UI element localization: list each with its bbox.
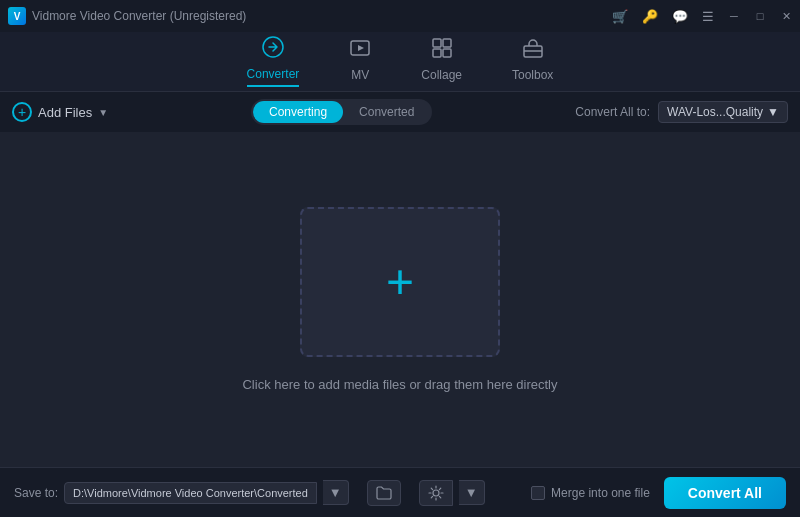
title-bar-right: 🛒 🔑 💬 ☰ ─ □ ✕ xyxy=(612,9,792,24)
convert-all-button[interactable]: Convert All xyxy=(664,477,786,509)
footer: Save to: D:\Vidmore\Vidmore Video Conver… xyxy=(0,467,800,517)
save-settings-dropdown-button[interactable]: ▼ xyxy=(459,480,485,505)
drop-text: Click here to add media files or drag th… xyxy=(242,377,557,392)
sub-header: + Add Files ▼ Converting Converted Conve… xyxy=(0,92,800,132)
convert-all-to-label: Convert All to: xyxy=(575,105,650,119)
tab-collage[interactable]: Collage xyxy=(421,37,462,86)
minimize-button[interactable]: ─ xyxy=(728,10,740,22)
logo-text: V xyxy=(14,11,21,22)
merge-label: Merge into one file xyxy=(551,486,650,500)
collage-icon xyxy=(431,37,453,64)
cart-icon[interactable]: 🛒 xyxy=(612,9,628,24)
menu-icon[interactable]: ☰ xyxy=(702,9,714,24)
mv-icon xyxy=(349,37,371,64)
converter-icon xyxy=(262,36,284,63)
nav-tabs: Converter MV Collage xyxy=(0,32,800,92)
save-to-label: Save to: xyxy=(14,486,58,500)
title-bar-left: V Vidmore Video Converter (Unregistered) xyxy=(8,7,246,25)
app-logo: V xyxy=(8,7,26,25)
add-files-label: Add Files xyxy=(38,105,92,120)
format-value: WAV-Los...Quality xyxy=(667,105,763,119)
title-text: Vidmore Video Converter (Unregistered) xyxy=(32,9,246,23)
save-to-section: Save to: D:\Vidmore\Vidmore Video Conver… xyxy=(14,480,485,506)
main-content: + Click here to add media files or drag … xyxy=(0,132,800,467)
title-bar: V Vidmore Video Converter (Unregistered)… xyxy=(0,0,800,32)
tab-mv[interactable]: MV xyxy=(349,37,371,86)
plus-icon: + xyxy=(386,258,414,306)
format-dropdown-arrow-icon: ▼ xyxy=(767,105,779,119)
svg-point-8 xyxy=(433,490,439,496)
convert-format-button[interactable]: WAV-Los...Quality ▼ xyxy=(658,101,788,123)
merge-checkbox-section: Merge into one file xyxy=(531,486,650,500)
tab-converter-label: Converter xyxy=(247,67,300,81)
merge-checkbox[interactable] xyxy=(531,486,545,500)
restore-button[interactable]: □ xyxy=(754,10,766,22)
add-files-button[interactable]: + Add Files ▼ xyxy=(12,102,108,122)
footer-right: Merge into one file Convert All xyxy=(531,477,786,509)
add-files-arrow-icon: ▼ xyxy=(98,107,108,118)
close-button[interactable]: ✕ xyxy=(780,10,792,22)
tab-toolbox-label: Toolbox xyxy=(512,68,553,82)
svg-rect-2 xyxy=(433,39,441,47)
save-settings-button[interactable] xyxy=(419,480,453,506)
user-icon[interactable]: 🔑 xyxy=(642,9,658,24)
save-path-button[interactable]: D:\Vidmore\Vidmore Video Converter\Conve… xyxy=(64,482,317,504)
svg-rect-3 xyxy=(443,39,451,47)
converting-tabs: Converting Converted xyxy=(251,99,432,125)
tab-collage-label: Collage xyxy=(421,68,462,82)
drop-zone[interactable]: + xyxy=(300,207,500,357)
converting-tab[interactable]: Converting xyxy=(253,101,343,123)
tab-mv-label: MV xyxy=(351,68,369,82)
toolbox-icon xyxy=(522,37,544,64)
tab-converter[interactable]: Converter xyxy=(247,36,300,87)
save-folder-button[interactable] xyxy=(367,480,401,506)
convert-all-to-section: Convert All to: WAV-Los...Quality ▼ xyxy=(575,101,788,123)
chat-icon[interactable]: 💬 xyxy=(672,9,688,24)
converted-tab[interactable]: Converted xyxy=(343,101,430,123)
svg-rect-4 xyxy=(433,49,441,57)
svg-rect-5 xyxy=(443,49,451,57)
tab-toolbox[interactable]: Toolbox xyxy=(512,37,553,86)
save-path-dropdown-button[interactable]: ▼ xyxy=(323,480,349,505)
add-circle-icon: + xyxy=(12,102,32,122)
